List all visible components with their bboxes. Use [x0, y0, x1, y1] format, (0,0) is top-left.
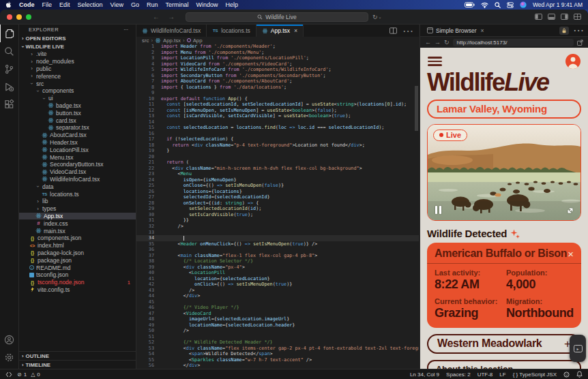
code-line-55[interactable]: 55 <Sparkles className="w-7 h-7 text-acc…: [136, 357, 419, 363]
accounts-icon[interactable]: [0, 331, 19, 348]
browser-back-icon[interactable]: ←: [425, 39, 431, 46]
code-line-51[interactable]: 51: [136, 334, 419, 340]
tree-item-.vite[interactable]: ›.vite: [19, 50, 136, 58]
tree-item-vite.config.ts[interactable]: vite.config.ts: [19, 286, 136, 294]
browser-forward-icon[interactable]: →: [435, 39, 441, 46]
code-line-5[interactable]: 5import WildlifeInfoCard from './compone…: [136, 67, 419, 73]
browser-reload-icon[interactable]: ↻: [444, 39, 450, 46]
tree-item-reference[interactable]: ›reference: [19, 72, 136, 80]
spotlight-search-icon[interactable]: [495, 2, 501, 8]
minimize-window-button[interactable]: [16, 14, 22, 20]
tree-item-card.tsx[interactable]: card.tsx: [19, 117, 136, 124]
siri-icon[interactable]: [520, 1, 527, 8]
menubar-item-window[interactable]: Window: [196, 1, 218, 8]
tree-item-Menu.tsx[interactable]: Menu.tsx: [19, 153, 136, 161]
code-line-16[interactable]: 16: [136, 131, 419, 137]
code-line-24[interactable]: 24 isOpen={isMenuOpen}: [136, 177, 419, 183]
feedback-icon[interactable]: [563, 372, 570, 378]
settings-gear-icon[interactable]: [0, 348, 19, 366]
code-line-56[interactable]: 56 </div>: [136, 363, 419, 369]
problems-indicator[interactable]: ⊘1 △0: [17, 372, 40, 378]
code-line-25[interactable]: 25 onClose={() => setIsMenuOpen(false)}: [136, 183, 419, 189]
tree-item-index.html[interactable]: <>index.html: [19, 242, 136, 249]
workspace-root-section[interactable]: ›WILDLIFE LIVE: [19, 42, 136, 50]
menubar-item-go[interactable]: Go: [131, 1, 139, 8]
close-icon[interactable]: ×: [568, 249, 574, 259]
zoom-window-button[interactable]: [26, 14, 31, 20]
apple-logo-icon[interactable]: [5, 1, 12, 8]
customize-layout-icon[interactable]: [574, 14, 581, 20]
tab-App.tsx[interactable]: App.tsx×: [256, 25, 304, 37]
battery-icon[interactable]: [465, 2, 475, 7]
remote-indicator-icon[interactable]: [5, 372, 12, 378]
code-line-14[interactable]: 14: [136, 119, 419, 125]
code-line-15[interactable]: 15 const selectedLocation = locations.fi…: [136, 125, 419, 131]
menubar-item-view[interactable]: View: [111, 1, 123, 8]
command-center-search[interactable]: Wildlife Live: [186, 12, 368, 22]
search-icon[interactable]: [0, 42, 19, 60]
code-line-32[interactable]: 32 />: [136, 224, 419, 230]
close-icon[interactable]: ×: [294, 27, 297, 34]
code-line-39[interactable]: 39 <div className="px-4">: [136, 264, 419, 271]
split-editor-icon[interactable]: [389, 27, 397, 34]
tree-item-separator.tsx[interactable]: separator.tsx: [19, 124, 136, 132]
tree-item-ui[interactable]: ›ui: [19, 95, 136, 102]
tree-item-AboutCard.tsx[interactable]: AboutCard.tsx: [19, 132, 136, 139]
menubar-item-help[interactable]: Help: [225, 1, 238, 8]
tree-item-SecondaryButton.tsx[interactable]: SecondaryButton.tsx: [19, 161, 136, 168]
extensions-icon[interactable]: [0, 95, 19, 113]
code-line-22[interactable]: 22 <div className="min-h-screen min-h-dv…: [136, 166, 419, 172]
breadcrumb[interactable]: src›App.tsx›App: [136, 37, 419, 44]
code-line-29[interactable]: 29 setSelectedLocationId(id);: [136, 206, 419, 212]
tree-item-main.tsx[interactable]: main.tsx: [19, 227, 136, 234]
video-card[interactable]: Live: [427, 124, 581, 221]
menubar-item-selection[interactable]: Selection: [78, 1, 103, 8]
run-debug-icon[interactable]: [0, 78, 19, 95]
code-line-27[interactable]: 27 selectedId={selectedLocationId}: [136, 194, 419, 200]
wifi-icon[interactable]: [481, 2, 488, 8]
code-line-4[interactable]: 4import VideoCard from './components/Vid…: [136, 61, 419, 67]
code-line-31[interactable]: 31 }}: [136, 217, 419, 224]
toggle-sidebar-icon[interactable]: [535, 14, 542, 20]
menubar-clock[interactable]: Wed Apr 1 9:41 AM: [533, 1, 583, 8]
code-line-49[interactable]: 49 locationName={selectedLocation.header…: [136, 322, 419, 329]
lock-icon[interactable]: [559, 27, 569, 35]
code-line-41[interactable]: 41 location={selectedLocation}: [136, 276, 419, 282]
menubar-item-run[interactable]: Run: [147, 1, 158, 8]
tree-item-README.md[interactable]: iREADME.md: [19, 264, 136, 271]
timeline-section[interactable]: ›TIMELINE: [19, 360, 136, 369]
search-history-icon[interactable]: ↻⌄: [372, 14, 382, 20]
code-line-2[interactable]: 2import Menu from './components/Menu';: [136, 50, 419, 56]
open-external-icon[interactable]: [577, 40, 583, 46]
tree-item-types[interactable]: ›types: [19, 205, 136, 213]
code-line-54[interactable]: 54 <span>Wildlife Detected</span>: [136, 351, 419, 357]
tree-item-WildlifeInfoCard.tsx[interactable]: WildlifeInfoCard.tsx: [19, 176, 136, 183]
code-line-45[interactable]: 45: [136, 299, 419, 305]
editor-more-icon[interactable]: ⋯: [402, 25, 413, 37]
tree-item-tsconfig.json[interactable]: tsconfig.json: [19, 271, 136, 279]
code-line-18[interactable]: 18 return <div className="p-4 text-foreg…: [136, 142, 419, 149]
tree-item-public[interactable]: ›public: [19, 65, 136, 73]
tree-item-index.css[interactable]: #index.css: [19, 219, 136, 227]
code-line-37[interactable]: 37 <main className="flex-1 flex flex-col…: [136, 253, 419, 259]
code-line-28[interactable]: 28 onSelect={(id: string) => {: [136, 200, 419, 207]
code-line-6[interactable]: 6import SecondaryButton from './componen…: [136, 73, 419, 79]
toggle-secondary-sidebar-icon[interactable]: [561, 14, 568, 20]
code-line-46[interactable]: 46 {/* Video Player */}: [136, 305, 419, 311]
code-line-36[interactable]: 36: [136, 247, 419, 253]
secondary-species-button[interactable]: Western Meadowlark +: [427, 334, 581, 354]
code-line-48[interactable]: 48 imageUrl={selectedLocation.imageUrl}: [136, 316, 419, 322]
menubar-item-code[interactable]: Code: [19, 1, 35, 8]
toggle-panel-icon[interactable]: [548, 14, 555, 20]
status-item-spaces-2[interactable]: Spaces: 2: [446, 372, 471, 378]
tree-item-badge.tsx[interactable]: badge.tsx: [19, 102, 136, 110]
tree-item-src[interactable]: ›src: [19, 80, 136, 87]
open-editors-section[interactable]: ›OPEN EDITORS: [19, 34, 136, 42]
history-back-icon[interactable]: ←: [153, 13, 160, 20]
tree-item-package.json[interactable]: {}package.json: [19, 256, 136, 264]
code-line-7[interactable]: 7import AboutCard from './components/Abo…: [136, 78, 419, 85]
code-line-11[interactable]: 11 const [selectedLocationId, setSelecte…: [136, 102, 419, 108]
avatar[interactable]: [565, 54, 580, 69]
tree-item-App.tsx[interactable]: App.tsx: [19, 213, 136, 220]
code-line-35[interactable]: 35 <Header onMenuClick={() => setIsMenuO…: [136, 241, 419, 247]
